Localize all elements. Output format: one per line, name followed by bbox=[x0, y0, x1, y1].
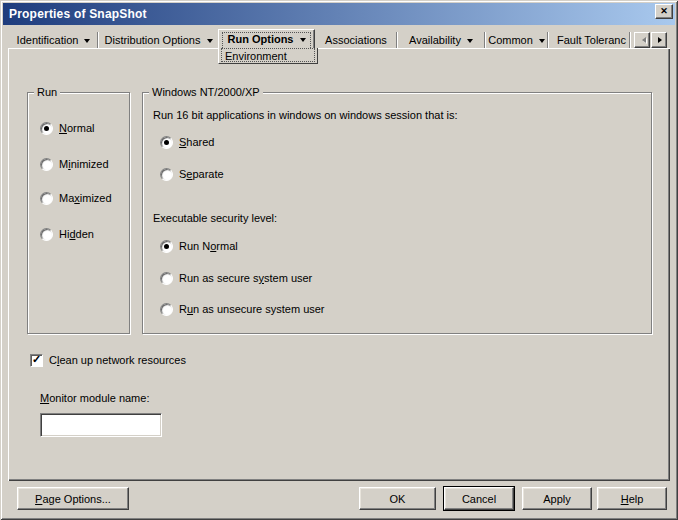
radio-row-secure-user[interactable]: Run as secure system user bbox=[160, 271, 312, 285]
radio-button-hidden[interactable] bbox=[40, 228, 53, 241]
button-label: OK bbox=[390, 493, 406, 505]
radio-row-maximized[interactable]: Maximized bbox=[40, 191, 112, 205]
radio-label-normal: Normal bbox=[59, 122, 94, 134]
security-level-label: Executable security level: bbox=[153, 212, 277, 225]
help-button[interactable]: Help bbox=[597, 487, 667, 510]
subtab-environment[interactable]: Environment bbox=[218, 48, 318, 64]
button-label: Cancel bbox=[462, 493, 496, 505]
radio-button-unsecure-user[interactable] bbox=[160, 303, 173, 316]
dropdown-arrow-icon bbox=[84, 39, 90, 46]
radio-label-shared: Shared bbox=[179, 136, 214, 148]
radio-row-run-normal[interactable]: Run Normal bbox=[160, 239, 238, 253]
tab-identification[interactable]: Identification bbox=[10, 32, 98, 48]
button-label: Page Options... bbox=[35, 493, 111, 505]
radio-label-maximized: Maximized bbox=[59, 192, 112, 204]
tab-scroll-left-button[interactable] bbox=[634, 32, 650, 48]
tab-scroll-right-button[interactable] bbox=[651, 32, 667, 48]
scroll-right-icon bbox=[658, 37, 665, 43]
windows-nt-groupbox-title: Windows NT/2000/XP bbox=[149, 86, 263, 99]
subtab-label: Environment bbox=[225, 50, 287, 62]
radio-button-maximized[interactable] bbox=[40, 192, 53, 205]
radio-button-shared[interactable] bbox=[160, 136, 173, 149]
monitor-module-input[interactable] bbox=[40, 413, 162, 437]
ok-button[interactable]: OK bbox=[359, 487, 436, 510]
dropdown-arrow-icon bbox=[300, 38, 306, 45]
cleanup-checkbox-label: Clean up network resources bbox=[49, 354, 186, 366]
close-icon: ✕ bbox=[660, 7, 668, 16]
window-title: Properties of SnapShot bbox=[9, 7, 147, 21]
radio-row-unsecure-user[interactable]: Run as unsecure system user bbox=[160, 302, 325, 316]
button-label: Help bbox=[621, 493, 644, 505]
dropdown-arrow-icon bbox=[467, 39, 473, 46]
radio-button-secure-user[interactable] bbox=[160, 272, 173, 285]
radio-button-run-normal[interactable] bbox=[160, 240, 173, 253]
cleanup-checkbox[interactable] bbox=[30, 354, 43, 367]
tab-label: Fault Toleranc bbox=[557, 34, 626, 46]
radio-row-hidden[interactable]: Hidden bbox=[40, 227, 94, 241]
apply-button[interactable]: Apply bbox=[522, 487, 592, 510]
tab-distribution-options[interactable]: Distribution Options bbox=[99, 32, 218, 48]
session-question-label: Run 16 bit applications in windows on wi… bbox=[153, 109, 458, 122]
close-button[interactable]: ✕ bbox=[655, 4, 673, 19]
tab-label: Associations bbox=[325, 34, 387, 46]
radio-row-shared[interactable]: Shared bbox=[160, 135, 214, 149]
radio-button-minimized[interactable] bbox=[40, 158, 53, 171]
dialog-window: Properties of SnapShot ✕ Identification … bbox=[0, 0, 678, 520]
radio-button-normal[interactable] bbox=[40, 122, 53, 135]
radio-row-minimized[interactable]: Minimized bbox=[40, 157, 109, 171]
radio-label-minimized: Minimized bbox=[59, 158, 109, 170]
tab-label: Common bbox=[488, 34, 533, 46]
radio-row-normal[interactable]: Normal bbox=[40, 121, 94, 135]
tab-associations[interactable]: Associations bbox=[316, 32, 397, 48]
cleanup-checkbox-row[interactable]: Clean up network resources bbox=[30, 353, 186, 367]
tab-label: Distribution Options bbox=[105, 34, 201, 46]
tab-run-options[interactable]: Run Options bbox=[218, 29, 315, 48]
button-label: Apply bbox=[543, 493, 571, 505]
tab-label: Availability bbox=[409, 34, 461, 46]
radio-button-separate[interactable] bbox=[160, 168, 173, 181]
run-groupbox-title: Run bbox=[34, 86, 60, 99]
tab-label: Identification bbox=[17, 34, 79, 46]
tab-common[interactable]: Common bbox=[486, 32, 548, 48]
radio-label-run-normal: Run Normal bbox=[179, 240, 238, 252]
tab-availability[interactable]: Availability bbox=[398, 32, 485, 48]
cancel-button[interactable]: Cancel bbox=[444, 487, 514, 510]
title-bar[interactable]: Properties of SnapShot bbox=[3, 3, 675, 25]
tab-label: Run Options bbox=[228, 33, 294, 45]
radio-label-separate: Separate bbox=[179, 168, 224, 180]
radio-label-secure-user: Run as secure system user bbox=[179, 272, 312, 284]
dropdown-arrow-icon bbox=[539, 39, 545, 46]
radio-label-unsecure-user: Run as unsecure system user bbox=[179, 303, 325, 315]
page-options-button[interactable]: Page Options... bbox=[17, 487, 129, 510]
dropdown-arrow-icon bbox=[207, 39, 213, 46]
radio-row-separate[interactable]: Separate bbox=[160, 167, 224, 181]
radio-label-hidden: Hidden bbox=[59, 228, 94, 240]
tab-fault-tolerance[interactable]: Fault Toleranc bbox=[549, 32, 630, 48]
scroll-left-icon bbox=[639, 37, 646, 43]
monitor-module-label: Monitor module name: bbox=[40, 392, 149, 405]
